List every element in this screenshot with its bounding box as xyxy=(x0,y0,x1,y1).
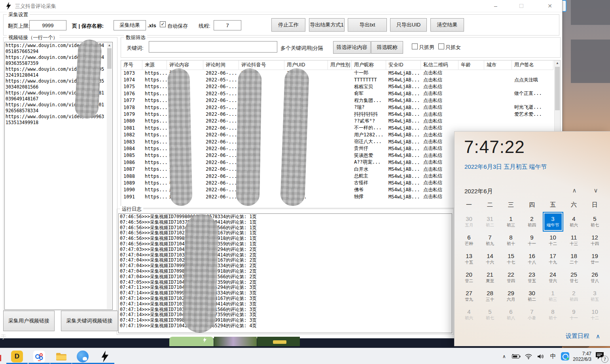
calendar-day[interactable]: 10十二 xyxy=(584,305,605,324)
column-header[interactable]: 城市 xyxy=(484,60,512,70)
calendar-day[interactable]: 26廿八 xyxy=(584,268,605,287)
filter-comment-button[interactable]: 筛选评论内容 xyxy=(333,41,371,54)
save-name-input[interactable]: 采集结果 xyxy=(114,20,146,30)
calendar-day[interactable]: 6芒种 xyxy=(458,231,479,249)
taskbar-collector-app-icon[interactable] xyxy=(99,351,111,362)
calendar-day[interactable]: 23廿五 xyxy=(521,268,542,287)
calendar-prev-icon[interactable]: ∧ xyxy=(568,187,580,196)
column-header[interactable]: 用户昵称 xyxy=(352,60,386,70)
calendar-day[interactable]: 8初十 xyxy=(542,305,563,324)
calendar-day[interactable]: 2初四 xyxy=(563,287,584,305)
titlebar[interactable]: 三义抖音评论采集 – ☐ ✕ xyxy=(0,0,562,12)
volume-icon[interactable] xyxy=(536,352,545,361)
calendar-day[interactable]: 30初二 xyxy=(521,287,542,305)
tray-qq-browser-icon[interactable] xyxy=(561,352,569,360)
calendar-day[interactable]: 10十二 xyxy=(542,231,563,249)
calendar-day[interactable]: 4初六 xyxy=(458,305,479,324)
taskbar-file-explorer-icon[interactable] xyxy=(55,351,67,362)
calendar-day[interactable]: 4初六 xyxy=(563,212,584,231)
ime-indicator[interactable]: 中 xyxy=(549,352,557,361)
taskbar-douyin-tool-icon[interactable]: D xyxy=(11,351,23,362)
taskbar-baidu-netdisk-icon[interactable] xyxy=(33,351,45,362)
calendar-day-selected[interactable]: 3端午节 xyxy=(544,213,562,230)
table-scroll-thumb[interactable] xyxy=(555,67,560,110)
calendar-day[interactable]: 1初三 xyxy=(500,212,521,231)
tray-clock[interactable]: 7:47 2022/6/3 xyxy=(573,351,591,362)
column-header[interactable]: 安全ID xyxy=(386,60,421,70)
close-button[interactable]: ✕ xyxy=(542,0,558,12)
calendar-day[interactable]: 27廿九 xyxy=(458,287,479,305)
calendar-day[interactable]: 13十五 xyxy=(458,249,479,268)
run-log-box[interactable]: 07:46:56>>>采集视频ID7099800000008578334的评论第… xyxy=(118,213,452,333)
column-header[interactable]: 序号 xyxy=(121,60,142,70)
collapse-chevron-icon[interactable]: ∧ xyxy=(596,333,600,340)
calendar-day[interactable]: 5初七 xyxy=(479,305,500,324)
calendar-day[interactable]: 16十八 xyxy=(521,249,542,268)
links-scrollbar[interactable]: ▲ xyxy=(107,43,112,309)
export-txt-button[interactable]: 导出txt xyxy=(348,18,387,32)
column-header[interactable]: 私信二维码 xyxy=(421,60,458,70)
calendar-day[interactable]: 9十一 xyxy=(563,305,584,324)
export-result-mode1-button[interactable]: 导出结果方式1 xyxy=(309,18,345,32)
day-lunar-label: 廿九 xyxy=(465,297,473,302)
male-only-checkbox[interactable] xyxy=(412,43,418,49)
calendar-day[interactable]: 21夏至 xyxy=(479,268,500,287)
threads-input[interactable]: 7 xyxy=(214,20,241,30)
tray-chevron-icon[interactable]: ∧ xyxy=(500,352,508,361)
column-header[interactable]: 用户UID xyxy=(284,60,328,70)
column-header[interactable]: 年龄 xyxy=(458,60,484,70)
links-scroll-thumb[interactable] xyxy=(107,48,112,69)
calendar-day[interactable]: 8初十 xyxy=(500,231,521,249)
calendar-day[interactable]: 7初九 xyxy=(479,231,500,249)
column-header[interactable]: 用户签名 xyxy=(512,60,553,70)
calendar-day[interactable]: 31初二 xyxy=(479,212,500,231)
calendar-day[interactable]: 22廿四 xyxy=(500,268,521,287)
calendar-day[interactable]: 6初八 xyxy=(500,305,521,324)
maximize-button[interactable]: ☐ xyxy=(513,0,529,12)
calendar-day[interactable]: 1初三 xyxy=(542,287,563,305)
day-number: 14 xyxy=(487,253,493,259)
calendar-day[interactable]: 19廿一 xyxy=(584,249,605,268)
collect-keyword-videos-button[interactable]: 采集关键词视频链接 xyxy=(61,311,118,331)
calendar-day[interactable]: 5初七 xyxy=(584,212,605,231)
column-header[interactable]: 评论内容 xyxy=(167,60,203,70)
calendar-day[interactable]: 25廿七 xyxy=(563,268,584,287)
stop-work-button[interactable]: 停止工作 xyxy=(271,18,305,32)
calendar-day[interactable]: 30五月 xyxy=(458,212,479,231)
calendar-day[interactable]: 12十四 xyxy=(584,231,605,249)
column-header[interactable]: 评论抖音号 xyxy=(239,60,284,70)
calendar-day[interactable]: 15十七 xyxy=(500,249,521,268)
notification-center-icon[interactable]: 7 xyxy=(595,351,607,362)
calendar-day[interactable]: 17十九 xyxy=(542,249,563,268)
calendar-day[interactable]: 9十一 xyxy=(521,231,542,249)
filter-nickname-button[interactable]: 筛选昵称 xyxy=(371,41,403,54)
calendar-day[interactable]: 29六月 xyxy=(500,287,521,305)
female-only-checkbox[interactable] xyxy=(438,43,444,49)
calendar-day[interactable]: 28三十 xyxy=(479,287,500,305)
taskbar-qq-browser-icon[interactable] xyxy=(77,351,89,362)
clear-results-button[interactable]: 清空结果 xyxy=(430,18,464,32)
minimize-button[interactable]: – xyxy=(488,0,504,12)
calendar-day[interactable]: 20廿二 xyxy=(458,268,479,287)
autosave-checkbox[interactable]: ✓ xyxy=(160,21,166,27)
page-limit-input[interactable]: 9999 xyxy=(29,20,66,30)
calendar-day[interactable]: 14十六 xyxy=(479,249,500,268)
wifi-icon[interactable] xyxy=(524,352,533,361)
calendar-day[interactable]: 18二十 xyxy=(563,249,584,268)
export-uid-only-button[interactable]: 只导出UID xyxy=(390,18,427,32)
scroll-up-icon[interactable]: ▲ xyxy=(107,43,112,48)
calendar-day[interactable]: 3初五 xyxy=(584,287,605,305)
keyword-input[interactable] xyxy=(149,41,277,53)
column-header[interactable]: 用户性别 xyxy=(328,60,352,70)
scroll-up-icon[interactable]: ▲ xyxy=(555,61,560,65)
column-header[interactable]: 评论时间 xyxy=(203,60,239,70)
calendar-day[interactable]: 2初四 xyxy=(521,212,542,231)
column-header[interactable]: 来源 xyxy=(142,60,167,70)
calendar-day[interactable]: 24廿六 xyxy=(542,268,563,287)
battery-icon[interactable] xyxy=(512,352,521,361)
calendar-day[interactable]: 11十三 xyxy=(563,231,584,249)
set-schedule-link[interactable]: 设置日程 xyxy=(566,332,589,340)
calendar-day[interactable]: 7小暑 xyxy=(521,305,542,324)
calendar-next-icon[interactable]: ∨ xyxy=(590,187,602,196)
collect-user-videos-button[interactable]: 采集用户视频链接 xyxy=(3,311,55,331)
